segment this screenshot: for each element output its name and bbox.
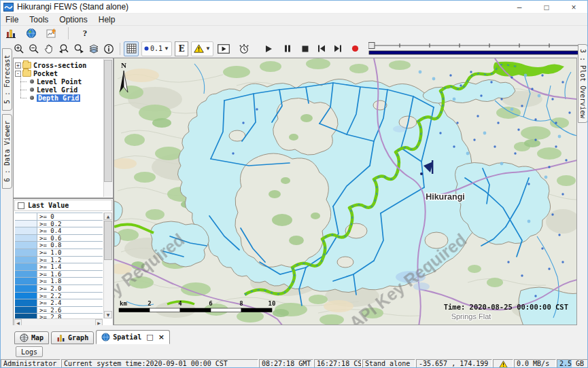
status-bar: Administrator Current system time:2020-0… bbox=[1, 359, 587, 368]
spatial-close-icon[interactable]: × bbox=[158, 333, 165, 342]
legend-row[interactable]: >= 0.8 bbox=[15, 242, 103, 249]
tree-scrollbar[interactable] bbox=[103, 59, 112, 197]
dot-icon bbox=[144, 46, 149, 51]
explorer-icon[interactable] bbox=[3, 26, 18, 41]
tab-graph[interactable]: Graph bbox=[51, 331, 94, 344]
menu-bar: File Tools Options Help bbox=[1, 14, 587, 26]
step-back-icon[interactable] bbox=[314, 41, 329, 56]
minimize-button[interactable]: – bbox=[506, 1, 533, 14]
bottom-dock: Map Graph Spatial □ × Logs bbox=[1, 325, 587, 359]
legend-row[interactable]: >= 1.6 bbox=[15, 271, 103, 278]
legend-label: >= 0 bbox=[37, 213, 103, 220]
menu-tools[interactable]: Tools bbox=[29, 15, 48, 24]
status-alerts[interactable] bbox=[493, 359, 513, 368]
tree-item-level-grid[interactable]: Level Grid bbox=[15, 86, 103, 94]
legend-row[interactable]: >= 0 bbox=[15, 213, 103, 221]
legend-row[interactable]: >= 2.6 bbox=[15, 307, 103, 314]
step-forward-icon[interactable] bbox=[330, 41, 345, 56]
timeline-thumb bbox=[368, 42, 375, 48]
legend-row[interactable]: >= 2.2 bbox=[15, 293, 103, 300]
spatial-maximize-icon[interactable]: □ bbox=[146, 333, 153, 342]
zoom-in-icon[interactable] bbox=[12, 41, 27, 56]
help-button[interactable]: ? bbox=[77, 26, 92, 41]
status-mode: Stand alone bbox=[362, 359, 415, 368]
tab-plot-overview[interactable]: 3 : Plot Overview bbox=[578, 44, 588, 123]
legend-swatch bbox=[15, 271, 37, 278]
tree-item-level-point[interactable]: Level Point bbox=[15, 77, 103, 86]
timer-icon[interactable] bbox=[237, 41, 252, 56]
timeline-slider[interactable] bbox=[368, 41, 585, 56]
legend-swatch bbox=[15, 314, 37, 318]
tree-item-label: Level Grid bbox=[37, 86, 77, 94]
right-tab-strip: 3 : Plot Overview bbox=[578, 40, 588, 329]
grid-display-icon[interactable] bbox=[124, 41, 139, 56]
scrollbar-thumb[interactable] bbox=[104, 60, 112, 182]
warning-dropdown[interactable]: ▼ bbox=[191, 41, 213, 56]
zoom-out-icon[interactable] bbox=[27, 41, 41, 56]
tree-item-depth-grid[interactable]: Depth Grid bbox=[15, 94, 103, 102]
legend-row[interactable]: >= 0.4 bbox=[15, 227, 103, 235]
legend-row[interactable]: >= 2.0 bbox=[15, 285, 103, 293]
scroll-down-icon[interactable]: ▼ bbox=[104, 311, 112, 318]
legend-scrollbar[interactable]: ▲ ▼ bbox=[103, 213, 112, 318]
play-icon[interactable] bbox=[261, 41, 276, 56]
scroll-up-icon[interactable]: ▲ bbox=[104, 213, 112, 220]
timeseries-dialog-icon[interactable] bbox=[44, 26, 59, 41]
legend-swatch bbox=[15, 307, 37, 314]
svg-text:2: 2 bbox=[148, 300, 151, 307]
status-gmt-time: 08:27:18 GMT bbox=[259, 359, 313, 368]
map-canvas[interactable]: API Key Required API Key Required Hikura… bbox=[114, 58, 577, 325]
zoom-next-icon[interactable] bbox=[71, 41, 86, 56]
legend-row[interactable]: >= 2.8 bbox=[15, 314, 103, 318]
scrollbar-thumb[interactable] bbox=[104, 221, 112, 260]
status-coordinates: -35.657 , 174.199 bbox=[416, 359, 492, 368]
info-icon[interactable] bbox=[101, 41, 116, 56]
legend-swatch bbox=[15, 242, 37, 249]
menu-help[interactable]: Help bbox=[99, 15, 116, 24]
tree-expander-icon[interactable]: + bbox=[15, 62, 21, 69]
legend-row[interactable]: >= 0.2 bbox=[15, 221, 103, 228]
legend-row[interactable]: >= 0.6 bbox=[15, 235, 103, 242]
legend-toggle-button[interactable]: E bbox=[175, 41, 188, 56]
town-label: Hikurangi bbox=[426, 192, 465, 202]
tab-forecast[interactable]: 5 : Forecast bbox=[2, 48, 12, 111]
legend-swatch bbox=[15, 263, 37, 270]
app-icon bbox=[3, 3, 14, 12]
export-animation-icon[interactable] bbox=[216, 41, 231, 56]
legend-label: >= 2.0 bbox=[37, 285, 103, 292]
stop-icon[interactable] bbox=[298, 41, 313, 56]
svg-text:8: 8 bbox=[239, 300, 243, 307]
map-toolbar: 0.1 ▼ E ▼ bbox=[1, 40, 587, 58]
legend-row[interactable]: >= 1.4 bbox=[15, 263, 103, 271]
pause-icon[interactable] bbox=[280, 41, 295, 56]
layer-tree-panel: +Cross-section-PocketLevel PointLevel Gr… bbox=[13, 58, 114, 198]
tab-spatial[interactable]: Spatial □ × bbox=[96, 330, 170, 344]
toolbar-separator bbox=[120, 43, 120, 55]
tab-data-viewer[interactable]: 6 : Data Viewer bbox=[2, 114, 12, 189]
menu-file[interactable]: File bbox=[5, 15, 18, 24]
legend-label: >= 2.4 bbox=[37, 299, 103, 306]
legend-row[interactable]: >= 1.2 bbox=[15, 257, 103, 264]
legend-row[interactable]: >= 1.0 bbox=[15, 249, 103, 257]
menu-options[interactable]: Options bbox=[59, 15, 87, 24]
pan-icon[interactable] bbox=[41, 41, 56, 56]
last-value-option: Last Value bbox=[14, 200, 112, 211]
legend-row[interactable]: >= 1.8 bbox=[15, 278, 103, 285]
legend-label: >= 1.2 bbox=[37, 257, 103, 263]
record-icon[interactable] bbox=[348, 41, 363, 56]
close-button[interactable]: × bbox=[560, 1, 587, 14]
logs-button[interactable]: Logs bbox=[16, 346, 43, 357]
tab-map[interactable]: Map bbox=[14, 331, 49, 344]
legend-swatch bbox=[15, 221, 37, 227]
maximize-button[interactable]: □ bbox=[533, 1, 560, 14]
legend-row[interactable]: >= 2.4 bbox=[15, 299, 103, 307]
zoom-previous-icon[interactable] bbox=[56, 41, 71, 56]
spatial-display-icon[interactable] bbox=[24, 26, 39, 41]
threshold-dropdown[interactable]: 0.1 ▼ bbox=[141, 41, 172, 56]
bullet-icon bbox=[30, 79, 34, 84]
last-value-checkbox[interactable] bbox=[18, 202, 24, 209]
tree-item-label: Cross-section bbox=[33, 62, 86, 69]
legend-swatch bbox=[15, 235, 37, 242]
layers-icon[interactable] bbox=[86, 41, 101, 56]
tree-item-pocket[interactable]: -Pocket bbox=[15, 69, 103, 77]
